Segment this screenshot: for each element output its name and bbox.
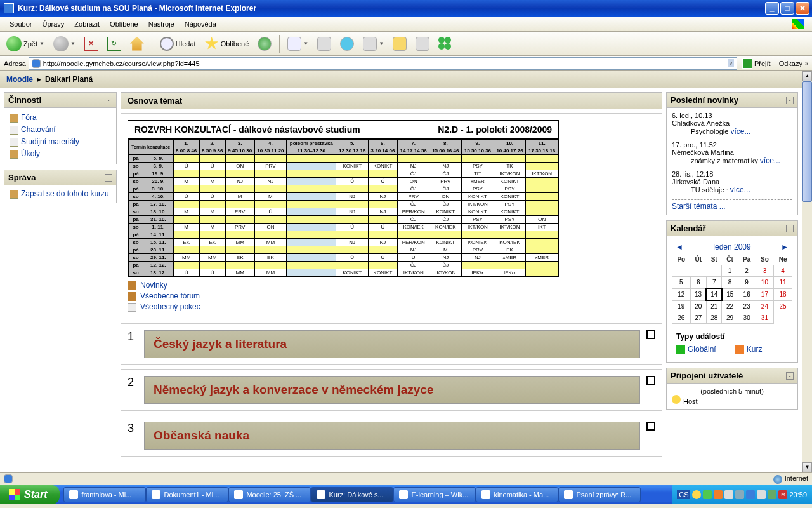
cal-day[interactable]: 26	[672, 312, 691, 324]
cal-day[interactable]: 28	[706, 312, 721, 324]
tray-icon[interactable]	[724, 490, 733, 499]
news-more-link[interactable]: více...	[760, 156, 780, 165]
history-button[interactable]	[255, 36, 274, 52]
hide-block-icon[interactable]: -	[786, 97, 794, 104]
list-item[interactable]: Novinky	[128, 280, 655, 291]
section-title[interactable]: Občanská nauka	[144, 422, 640, 450]
list-item[interactable]: Úkoly	[10, 148, 111, 160]
forward-button[interactable]: ▼	[51, 35, 78, 53]
go-button[interactable]: Přejít	[740, 58, 773, 69]
notes-button[interactable]	[390, 36, 409, 52]
cal-day[interactable]: 31	[756, 312, 774, 324]
cal-day[interactable]: 10	[756, 277, 774, 289]
cal-day[interactable]: 25	[774, 300, 792, 312]
menu-view[interactable]: Zobrazit	[70, 18, 104, 30]
scroll-up-button[interactable]: ▲	[802, 71, 812, 81]
links-label[interactable]: Odkazy	[779, 60, 802, 67]
close-button[interactable]: ✕	[796, 2, 809, 15]
stop-button[interactable]: ✕	[82, 36, 101, 52]
breadcrumb-root[interactable]: Moodle	[6, 75, 33, 84]
cal-day[interactable]: 16	[738, 288, 756, 300]
cal-day[interactable]: 5	[672, 277, 691, 289]
lang-indicator[interactable]: CS	[677, 490, 690, 499]
minimize-button[interactable]: _	[765, 2, 779, 15]
news-more-link[interactable]: více...	[730, 185, 750, 194]
tray-icon[interactable]	[757, 490, 766, 499]
tray-icon[interactable]	[746, 490, 755, 499]
cal-day[interactable]: 6	[690, 277, 706, 289]
back-button[interactable]: Zpět▼	[4, 35, 47, 53]
cal-prev-button[interactable]: ◄	[676, 243, 683, 251]
cal-day[interactable]: 1	[722, 265, 738, 277]
hide-block-icon[interactable]: -	[786, 372, 794, 380]
start-button[interactable]: Start	[0, 485, 60, 504]
clock[interactable]: 20:59	[789, 491, 807, 498]
list-item[interactable]: Fóra	[10, 112, 111, 124]
print-button[interactable]	[315, 36, 334, 52]
section-title[interactable]: Německý jazyk a konverzace v německém ja…	[144, 376, 640, 404]
cal-day[interactable]: 9	[738, 277, 756, 289]
cal-day[interactable]: 30	[738, 312, 756, 324]
section-title[interactable]: Český jazyk a literatura	[144, 330, 640, 358]
cal-day[interactable]: 8	[722, 277, 738, 289]
address-input[interactable]	[43, 60, 725, 67]
taskbar-item[interactable]: E-learning – Wik...	[393, 487, 476, 502]
list-item[interactable]: Všeobecný pokec	[128, 302, 655, 312]
cal-day[interactable]: 7	[706, 277, 721, 289]
taskbar-item[interactable]: Kurz: Dálkové s...	[311, 487, 393, 502]
news-more-link[interactable]: více...	[730, 127, 750, 136]
scroll-thumb[interactable]	[802, 81, 812, 202]
tray-icon[interactable]	[692, 490, 701, 499]
section-checkbox[interactable]	[646, 422, 655, 431]
research-button[interactable]	[413, 36, 432, 52]
hide-block-icon[interactable]: -	[105, 97, 112, 104]
event-global[interactable]: Globální	[676, 345, 716, 354]
home-button[interactable]	[128, 36, 147, 52]
cal-day[interactable]: 27	[690, 312, 706, 324]
menu-edit[interactable]: Úpravy	[37, 18, 69, 30]
cal-day[interactable]: 19	[672, 300, 691, 312]
tray-icon[interactable]	[703, 490, 712, 499]
taskbar-item[interactable]: Dokument1 - Mi...	[146, 487, 228, 502]
cal-day[interactable]: 15	[722, 288, 738, 300]
tray-icon[interactable]	[768, 490, 776, 499]
taskbar-item[interactable]: Moodle: 25. ZŠ ...	[228, 487, 311, 502]
icq-button[interactable]	[436, 36, 455, 52]
list-item[interactable]: Všeobecné fórum	[128, 291, 655, 302]
cal-day[interactable]: 21	[706, 300, 721, 312]
maximize-button[interactable]: □	[780, 2, 794, 15]
skype-button[interactable]	[337, 36, 357, 52]
old-topics-link[interactable]: Starší témata ...	[672, 202, 726, 211]
list-item[interactable]: Studijní materiály	[10, 136, 111, 148]
list-item[interactable]: Chatování	[10, 124, 111, 136]
cal-day[interactable]: 11	[774, 277, 792, 289]
address-dropdown[interactable]: v	[728, 59, 734, 67]
address-input-wrapper[interactable]: v	[29, 57, 737, 70]
cal-day[interactable]: 13	[690, 288, 706, 300]
scroll-down-button[interactable]: ▼	[802, 462, 812, 472]
tray-icon[interactable]	[735, 490, 744, 499]
menu-help[interactable]: Nápověda	[180, 18, 221, 30]
cal-day[interactable]: 4	[774, 265, 792, 277]
section-checkbox[interactable]	[646, 330, 655, 339]
taskbar-item[interactable]: Psaní zprávy: R...	[558, 487, 641, 502]
cal-day[interactable]: 12	[672, 288, 691, 300]
cal-day[interactable]: 17	[756, 288, 774, 300]
menu-favorites[interactable]: Oblíbené	[105, 18, 143, 30]
hide-block-icon[interactable]: -	[105, 174, 112, 182]
event-course[interactable]: Kurz	[735, 345, 763, 354]
taskbar-item[interactable]: frantalova - Mi...	[63, 487, 146, 502]
cal-day[interactable]: 18	[774, 288, 792, 300]
cal-month-link[interactable]: leden 2009	[713, 243, 750, 251]
hide-block-icon[interactable]: -	[786, 225, 794, 232]
tray-icon[interactable]	[714, 490, 723, 499]
cal-day[interactable]: 14	[706, 288, 721, 300]
menu-tools[interactable]: Nástroje	[144, 18, 179, 30]
tray-icon[interactable]: M	[778, 490, 787, 499]
word-button[interactable]: ▼	[360, 36, 386, 52]
refresh-button[interactable]: ↻	[105, 36, 124, 52]
enrol-link[interactable]: Zapsat se do tohoto kurzu	[21, 189, 109, 198]
cal-day[interactable]: 2	[738, 265, 756, 277]
search-button[interactable]: Hledat	[157, 36, 199, 52]
favorites-button[interactable]: Oblíbené	[202, 36, 252, 52]
